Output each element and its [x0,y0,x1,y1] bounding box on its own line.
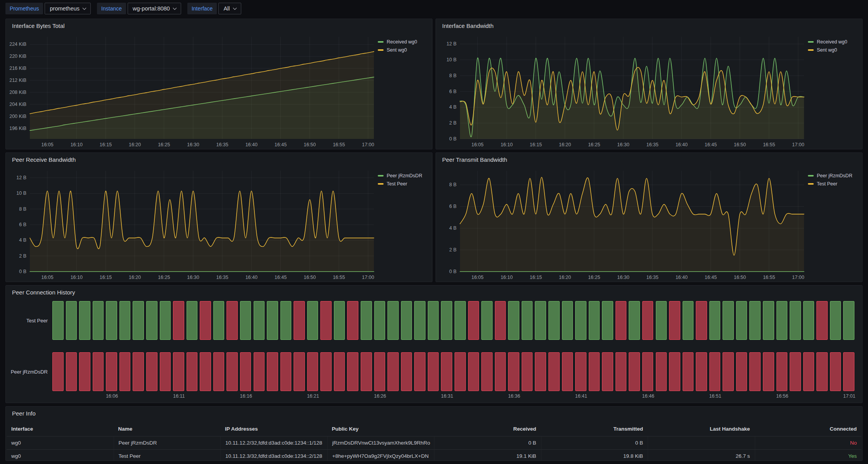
status-bar-down [481,352,493,391]
table-cell-name: Peer jRzmDsDR [114,436,221,449]
table-header-public-key[interactable]: Public Key [327,422,434,436]
status-bar-down [642,301,654,340]
panel-title-interface-bytes-total[interactable]: Interface Bytes Total [6,19,432,32]
legend-swatch-icon [378,41,384,43]
legend-swatch-icon [808,41,814,43]
legend-item-peer-jrzmdsdr[interactable]: Peer jRzmDsDR [808,173,852,178]
table-cell-connected: Yes [755,449,862,461]
panel-title-peer-transmit-bandwidth[interactable]: Peer Transmit Bandwidth [436,153,862,166]
legend-item-test-peer[interactable]: Test Peer [808,181,852,187]
status-bar-up [280,301,292,340]
panel-peer-connection-history: Peer Connection History Test PeerPeer jR… [5,285,863,403]
table-cell-public-key: jRzmDsDRVnwCt13vsyamXherk9L9RhRo [327,436,434,449]
x-axis-tick-label: 16:30 [187,142,199,147]
status-bar-down [294,352,305,391]
legend-item-sent-wg0[interactable]: Sent wg0 [378,47,417,53]
panel-peer-info: Peer Info InterfaceNameIP AddressesPubli… [5,406,863,461]
status-bar-down [320,352,332,391]
status-bar-down [548,352,560,391]
peer-receive-bandwidth-chart[interactable]: 16:0516:1016:1516:2016:2516:3016:3516:40… [6,166,432,282]
y-axis-tick-label: 212 KiB [9,78,26,83]
x-axis-tick-label: 16:56 [776,393,788,399]
x-axis-tick-label: 16:31 [441,393,453,399]
variable-instance-select[interactable]: wg-portal:8080 [128,3,181,14]
table-header-last-handshake[interactable]: Last Handshake [648,422,755,436]
interface-bandwidth-chart[interactable]: 16:0516:1016:1516:2016:2516:3016:3516:40… [436,32,862,149]
panel-title-peer-info[interactable]: Peer Info [6,407,862,420]
x-axis-tick-label: 16:55 [333,142,345,147]
table-header-ip-addresses[interactable]: IP Addresses [220,422,327,436]
status-bar-down [79,352,90,391]
table-header-interface[interactable]: Interface [7,422,114,436]
interface-bytes-total-canvas[interactable]: 16:0516:1016:1516:2016:2516:3016:3516:40… [6,32,432,149]
y-axis-tick-label: 216 KiB [9,66,26,71]
x-axis-tick-label: 16:05 [471,142,483,147]
legend-item-sent-wg0[interactable]: Sent wg0 [808,47,847,53]
x-axis-tick-label: 16:55 [333,275,345,280]
variable-interface: Interface All [187,3,241,14]
y-axis-tick-label: 4 B [449,225,456,231]
x-axis-tick-label: 16:40 [676,142,688,147]
peer-transmit-bandwidth-chart[interactable]: 16:0516:1016:1516:2016:2516:3016:3516:40… [436,166,862,282]
peer-transmit-bandwidth-canvas[interactable]: 16:0516:1016:1516:2016:2516:3016:3516:40… [436,166,862,282]
status-bar-up [267,301,278,340]
status-bar-up [401,301,412,340]
panel-title-peer-connection-history[interactable]: Peer Connection History [6,286,862,299]
status-bar-up [441,301,452,340]
interface-bandwidth-canvas[interactable]: 16:0516:1016:1516:2016:2516:3016:3516:40… [436,32,862,149]
status-bar-up [723,301,734,340]
x-axis-tick-label: 16:15 [100,142,112,147]
status-bar-down [629,352,640,391]
table-header-transmitted[interactable]: Transmitted [541,422,648,436]
legend-item-test-peer[interactable]: Test Peer [378,181,422,187]
status-bar-down [696,352,707,391]
variable-interface-select[interactable]: All [218,3,241,14]
history-row-label: Test Peer [9,301,48,340]
status-bar-down [616,352,627,391]
peer-receive-bandwidth-canvas[interactable]: 16:0516:1016:1516:2016:2516:3016:3516:40… [6,166,432,282]
table-cell-transmitted: 0 B [541,436,648,449]
status-bar-down [455,352,466,391]
status-bar-down [830,352,841,391]
legend-swatch-icon [378,49,384,51]
y-axis-tick-label: 196 KiB [9,126,26,131]
legend-item-received-wg0[interactable]: Received wg0 [378,39,417,45]
status-bar-up [119,301,131,340]
status-bar-up [548,301,560,340]
table-header-received[interactable]: Received [434,422,541,436]
panel-title-interface-bandwidth[interactable]: Interface Bandwidth [436,19,862,32]
table-header-connected[interactable]: Connected [755,422,862,436]
x-axis-tick-label: 17:00 [362,142,374,147]
interface-bytes-total-legend: Received wg0Sent wg0 [378,39,417,53]
status-bar-down [495,352,506,391]
legend-swatch-icon [808,175,814,177]
panel-title-peer-receive-bandwidth[interactable]: Peer Receive Bandwidth [6,153,432,166]
status-bar-down [119,352,131,391]
status-bar-down [173,301,184,340]
x-axis-tick-label: 16:15 [530,142,542,147]
x-axis-tick-label: 16:15 [100,275,112,280]
x-axis-tick-label: 16:55 [763,142,775,147]
x-axis-tick-label: 16:10 [501,275,513,280]
status-bar-down [401,352,412,391]
peer-connection-history-chart[interactable]: Test PeerPeer jRzmDsDR16:0616:1116:1616:… [6,299,862,403]
y-axis-tick-label: 208 KiB [9,90,26,95]
status-bar-down [602,352,613,391]
x-axis-tick-label: 16:20 [559,142,571,147]
table-header-name[interactable]: Name [114,422,221,436]
legend-item-peer-jrzmdsdr[interactable]: Peer jRzmDsDR [378,173,422,178]
interface-bytes-total-chart[interactable]: 16:0516:1016:1516:2016:2516:3016:3516:40… [6,32,432,149]
x-axis-tick-label: 16:21 [307,393,319,399]
x-axis-tick-label: 16:55 [763,275,775,280]
status-bar-down [213,352,225,391]
status-bar-up [843,301,854,340]
status-bar-down [723,352,734,391]
y-axis-tick-label: 2 B [449,120,456,126]
status-bar-down [173,352,184,391]
peer-transmit-bandwidth-legend: Peer jRzmDsDRTest Peer [808,173,852,187]
y-axis-tick-label: 224 KiB [9,42,26,47]
variable-prometheus-select[interactable]: prometheus [45,3,91,14]
x-axis-tick-label: 16:26 [374,393,386,399]
status-bar-down [414,352,425,391]
legend-item-received-wg0[interactable]: Received wg0 [808,39,847,45]
